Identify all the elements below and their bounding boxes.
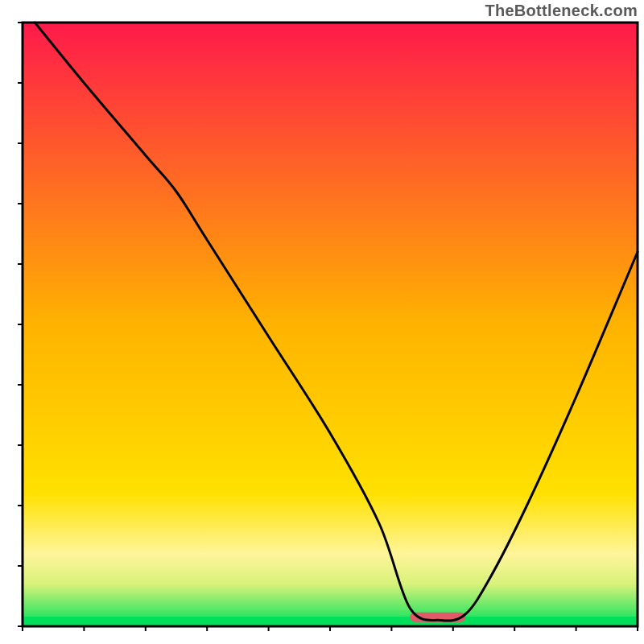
- gradient-background: [23, 23, 638, 626]
- bottleneck-chart: [0, 0, 644, 644]
- green-baseline: [23, 617, 638, 626]
- watermark-text: TheBottleneck.com: [485, 2, 638, 20]
- chart-container: TheBottleneck.com: [0, 0, 644, 644]
